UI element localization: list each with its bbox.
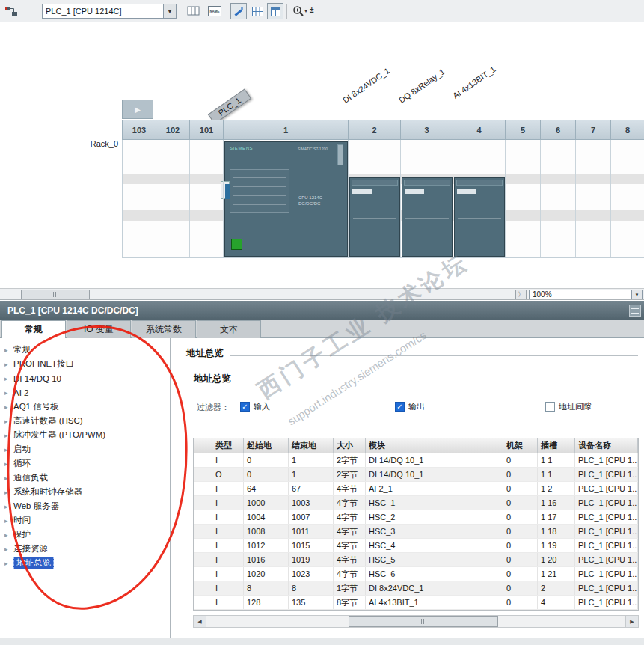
expand-panel-button[interactable]: 〉 — [515, 290, 527, 299]
table-row[interactable]: I100410074字节HSC_201 17PLC_1 [CPU 1... — [194, 510, 638, 525]
slot-cell-101[interactable] — [190, 140, 224, 257]
zoom-level-combo[interactable]: 100% ▼ — [529, 290, 643, 299]
properties-window-icon[interactable] — [629, 305, 641, 317]
chevron-down-icon[interactable]: ▼ — [631, 290, 642, 299]
nav-item[interactable]: ▸常规 — [0, 343, 170, 357]
nav-item[interactable]: ▸AQ1 信号板 — [0, 400, 170, 414]
table-row[interactable]: I881字节DI 8x24VDC_102PLC_1 [CPU 1... — [194, 581, 638, 596]
nav-item[interactable]: ▸高速计数器 (HSC) — [0, 414, 170, 428]
column-header[interactable]: 起始地 — [244, 438, 289, 453]
slot-header-1[interactable]: 1 — [224, 120, 349, 140]
slot-cell-2[interactable] — [349, 140, 401, 257]
checkbox-icon[interactable] — [545, 402, 555, 412]
table-row[interactable]: I100010034字节HSC_101 16PLC_1 [CPU 1... — [194, 496, 638, 510]
column-header[interactable]: 大小 — [334, 438, 366, 453]
zoom-dropdown-icon[interactable]: ▼ — [304, 9, 308, 13]
tab-3[interactable]: 文本 — [197, 320, 261, 338]
slot-header-3[interactable]: 3 — [401, 120, 453, 140]
row-selector-cell[interactable] — [194, 525, 212, 538]
column-header[interactable]: 模块 — [366, 438, 503, 453]
scroll-right-icon[interactable]: ▶ — [625, 616, 638, 627]
table-row[interactable]: I64674字节AI 2_101 2PLC_1 [CPU 1... — [194, 482, 638, 496]
row-selector-cell[interactable] — [194, 453, 212, 467]
table-row[interactable]: O012字节DI 14/DQ 10_101 1PLC_1 [CPU 1... — [194, 468, 638, 482]
checkbox-icon[interactable]: ✓ — [395, 402, 405, 412]
slot-cell-4[interactable] — [453, 140, 506, 257]
filter-option[interactable]: ✓输出 — [395, 401, 425, 412]
tab-0[interactable]: 常规 — [1, 320, 66, 338]
address-labels-icon[interactable] — [185, 3, 202, 19]
network-connect-icon[interactable] — [3, 3, 19, 19]
nav-item[interactable]: ▸Web 服务器 — [0, 499, 170, 513]
module-tag-slot3[interactable]: DQ 8xRelay_1 — [397, 67, 446, 105]
column-header[interactable]: 类型 — [212, 438, 244, 453]
slot-header-2[interactable]: 2 — [349, 120, 401, 140]
horizontal-scrollbar-thumb[interactable] — [21, 290, 90, 299]
nav-item[interactable]: ▸AI 2 — [0, 385, 170, 400]
slot-cell-1[interactable] — [224, 140, 349, 257]
nav-item[interactable]: ▸连接资源 — [0, 542, 170, 556]
nav-item[interactable]: ▸系统和时钟存储器 — [0, 485, 170, 499]
table-horizontal-scrollbar[interactable]: ◀ ▶ — [193, 615, 639, 628]
row-selector-cell[interactable] — [194, 510, 212, 524]
slot-cell-7[interactable] — [576, 140, 611, 257]
row-selector-cell[interactable] — [194, 581, 212, 595]
tab-2[interactable]: 系统常数 — [132, 320, 196, 338]
table-row[interactable]: I1281358字节AI 4x13BIT_104PLC_1 [CPU 1... — [194, 596, 638, 610]
column-header[interactable]: 结束地 — [289, 438, 334, 453]
tab-1[interactable]: IO 变量 — [67, 320, 131, 338]
zoom-plus-minus-icon[interactable]: ± — [310, 6, 314, 14]
slot-header-7[interactable]: 7 — [576, 120, 611, 140]
scrollbar-track[interactable] — [206, 616, 625, 627]
name-tag-icon[interactable]: NAME — [206, 3, 223, 19]
checkbox-icon[interactable]: ✓ — [240, 402, 250, 412]
row-selector-cell[interactable] — [194, 496, 212, 510]
filter-option[interactable]: 地址间隙 — [545, 401, 592, 412]
column-header[interactable]: 机架 — [503, 438, 538, 453]
scroll-left-icon[interactable]: ◀ — [194, 616, 206, 627]
slot-cell-5[interactable] — [506, 140, 541, 257]
slot-header-102[interactable]: 102 — [156, 120, 190, 140]
column-view-icon[interactable] — [267, 3, 283, 19]
row-selector-cell[interactable] — [194, 567, 212, 581]
nav-item[interactable]: ▸脉冲发生器 (PTO/PWM) — [0, 428, 170, 442]
scrollbar-thumb[interactable] — [349, 616, 498, 627]
slot-cell-102[interactable] — [156, 140, 190, 257]
nav-item[interactable]: ▸地址总览 — [0, 556, 170, 570]
highlight-io-icon[interactable] — [230, 3, 247, 19]
column-header[interactable]: 设备名称 — [575, 438, 638, 453]
slot-header-5[interactable]: 5 — [506, 120, 541, 140]
slot-header-8[interactable]: 8 — [611, 120, 644, 140]
row-selector-cell[interactable] — [194, 553, 212, 566]
module-tag-slot4[interactable]: AI 4x13BIT_1 — [451, 64, 497, 100]
slot-cell-3[interactable] — [401, 140, 453, 257]
nav-item[interactable]: ▸启动 — [0, 442, 170, 456]
rack-expander-button[interactable]: ▶ — [122, 100, 153, 119]
table-row[interactable]: I012字节DI 14/DQ 10_101 1PLC_1 [CPU 1... — [194, 453, 638, 468]
nav-item[interactable]: ▸时间 — [0, 513, 170, 528]
table-row[interactable]: I102010234字节HSC_601 21PLC_1 [CPU 1... — [194, 567, 638, 581]
table-row[interactable]: I100810114字节HSC_301 18PLC_1 [CPU 1... — [194, 525, 638, 539]
row-selector-cell[interactable] — [194, 468, 212, 481]
nav-item[interactable]: ▸DI 14/DQ 10 — [0, 371, 170, 385]
grid-view-icon[interactable] — [249, 3, 266, 19]
slot-header-101[interactable]: 101 — [190, 120, 224, 140]
module-tag-slot2[interactable]: DI 8x24VDC_1 — [341, 66, 391, 105]
slot-cell-8[interactable] — [611, 140, 644, 257]
row-selector-cell[interactable] — [194, 539, 212, 552]
nav-item[interactable]: ▸PROFINET接口 — [0, 357, 170, 371]
filter-option[interactable]: ✓输入 — [240, 401, 270, 412]
module-tag-plc[interactable]: PLC_1 — [208, 89, 251, 124]
slot-cell-6[interactable] — [541, 140, 576, 257]
device-select-combo[interactable]: PLC_1 [CPU 1214C] ▼ — [42, 4, 177, 19]
nav-item[interactable]: ▸保护 — [0, 528, 170, 542]
table-row[interactable]: I101210154字节HSC_401 19PLC_1 [CPU 1... — [194, 539, 638, 553]
slot-header-4[interactable]: 4 — [453, 120, 506, 140]
row-selector-cell[interactable] — [194, 482, 212, 495]
nav-item[interactable]: ▸循环 — [0, 456, 170, 471]
row-selector-cell[interactable] — [194, 596, 212, 609]
chevron-down-icon[interactable]: ▼ — [163, 4, 176, 18]
slot-header-6[interactable]: 6 — [541, 120, 576, 140]
nav-item[interactable]: ▸通信负载 — [0, 471, 170, 485]
column-header[interactable]: 插槽 — [538, 438, 575, 453]
